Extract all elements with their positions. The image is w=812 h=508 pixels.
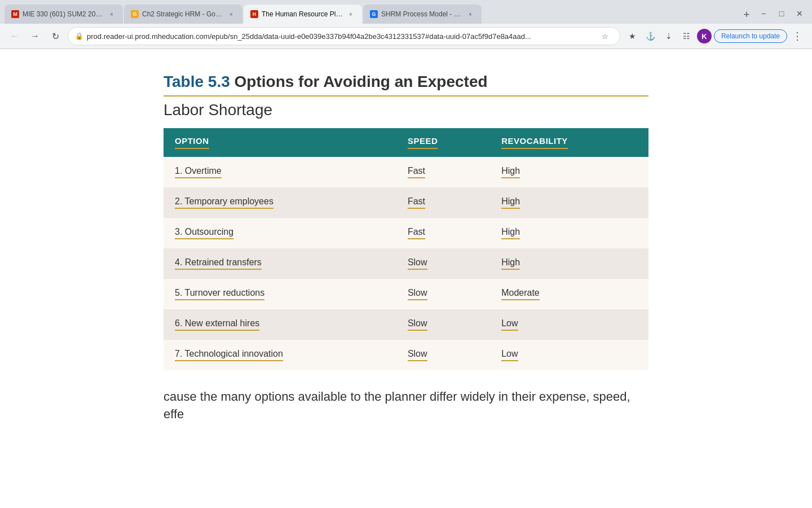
relaunch-button[interactable]: Relaunch to update — [714, 29, 787, 43]
cell-text-speed: Slow — [408, 257, 427, 270]
table-title-main: Options for Avoiding an Expected — [230, 73, 488, 90]
tab-label: MIE 330 (601) SUM2 2024: Ch... — [23, 10, 104, 18]
tab-label: SHRM Process Model - Google... — [381, 10, 462, 18]
more-options-button[interactable]: ⋮ — [789, 28, 805, 44]
bookmark-icon[interactable]: ☆ — [597, 28, 613, 44]
cell-text-speed: Fast — [408, 166, 425, 178]
cell-text-option: 5. Turnover reductions — [175, 288, 264, 300]
table-cell-revocability: High — [490, 157, 648, 187]
address-text: prod.reader-ui.prod.mheducation.com/epub… — [87, 32, 594, 41]
cell-text-speed: Slow — [408, 349, 427, 361]
cell-text-speed: Slow — [408, 288, 427, 300]
tab-favicon: G — [131, 10, 139, 18]
cell-text-speed: Fast — [408, 227, 425, 239]
table-row: 5. Turnover reductionsSlowModerate — [164, 279, 648, 309]
tab-favicon: G — [370, 10, 378, 18]
lock-icon: 🔒 — [75, 32, 83, 40]
address-bar[interactable]: 🔒 prod.reader-ui.prod.mheducation.com/ep… — [68, 27, 620, 45]
tab-grid-icon[interactable]: ☷ — [679, 28, 695, 44]
table-header-revocability: REVOCABILITY — [490, 128, 648, 157]
table-cell-revocability: High — [490, 248, 648, 279]
cell-text-speed: Fast — [408, 196, 425, 209]
tab-close-button[interactable]: × — [346, 10, 355, 19]
content-wrapper: Table 5.3 Options for Avoiding an Expect… — [164, 72, 648, 423]
table-cell-option: 1. Overtime — [164, 157, 396, 187]
table-cell-revocability: High — [490, 218, 648, 248]
tab-label: Ch2 Strategic HRM - Google S... — [142, 10, 223, 18]
table-row: 1. OvertimeFastHigh — [164, 157, 648, 187]
table-body: 1. OvertimeFastHigh2. Temporary employee… — [164, 157, 648, 370]
table-cell-option: 5. Turnover reductions — [164, 279, 396, 309]
extensions-icon[interactable]: ⚓ — [643, 28, 659, 44]
table-cell-speed: Slow — [396, 248, 490, 279]
table-row: 2. Temporary employeesFastHigh — [164, 187, 648, 218]
table-number: Table 5.3 — [164, 73, 230, 90]
table-cell-option: 2. Temporary employees — [164, 187, 396, 218]
cell-text-option: 1. Overtime — [175, 166, 222, 178]
cell-text-speed: Slow — [408, 318, 427, 331]
table-cell-speed: Slow — [396, 279, 490, 309]
tab-label: The Human Resource Planning... — [262, 10, 343, 18]
table-header-option: OPTION — [164, 128, 396, 157]
tab-bar: MMIE 330 (601) SUM2 2024: Ch...×GCh2 Str… — [0, 0, 812, 24]
table-header: OPTIONSPEEDREVOCABILITY — [164, 128, 648, 157]
cell-text-option: 4. Retrained transfers — [175, 257, 262, 270]
data-table: OPTIONSPEEDREVOCABILITY 1. OvertimeFastH… — [164, 128, 648, 370]
table-row: 4. Retrained transfersSlowHigh — [164, 248, 648, 279]
table-title: Table 5.3 Options for Avoiding an Expect… — [164, 72, 648, 92]
tab-close-button[interactable]: × — [107, 10, 116, 19]
table-cell-revocability: Low — [490, 309, 648, 340]
table-cell-speed: Slow — [396, 309, 490, 340]
table-cell-revocability: High — [490, 187, 648, 218]
cell-text-option: 2. Temporary employees — [175, 196, 273, 209]
table-cell-speed: Fast — [396, 157, 490, 187]
close-window-button[interactable]: ✕ — [792, 6, 807, 21]
table-cell-speed: Slow — [396, 340, 490, 370]
back-button[interactable]: ← — [7, 28, 23, 44]
table-cell-revocability: Low — [490, 340, 648, 370]
browser-chrome: MMIE 330 (601) SUM2 2024: Ch...×GCh2 Str… — [0, 0, 812, 49]
table-row: 3. OutsourcingFastHigh — [164, 218, 648, 248]
bookmark-star-icon[interactable]: ★ — [625, 28, 641, 44]
toolbar-actions: ★ ⚓ ⇣ ☷ K Relaunch to update ⋮ — [625, 28, 805, 44]
table-cell-option: 4. Retrained transfers — [164, 248, 396, 279]
cell-text-revocability: High — [501, 227, 520, 239]
tab-favicon: H — [250, 10, 258, 18]
table-row: 6. New external hiresSlowLow — [164, 309, 648, 340]
new-tab-button[interactable]: + — [739, 7, 754, 23]
tab-close-button[interactable]: × — [466, 10, 475, 19]
table-cell-option: 7. Technological innovation — [164, 340, 396, 370]
profile-avatar[interactable]: K — [697, 29, 712, 43]
page-content: Table 5.3 Options for Avoiding an Expect… — [0, 49, 812, 446]
cell-text-revocability: Low — [501, 349, 518, 361]
cell-text-revocability: High — [501, 196, 520, 209]
tab-close-button[interactable]: × — [227, 10, 236, 19]
browser-tab-tab3[interactable]: HThe Human Resource Planning...× — [244, 5, 362, 24]
tab-favicon: M — [11, 10, 19, 18]
heading-divider — [164, 95, 648, 97]
cell-text-revocability: Moderate — [501, 288, 540, 300]
table-cell-revocability: Moderate — [490, 279, 648, 309]
minimize-button[interactable]: − — [756, 6, 771, 21]
maximize-button[interactable]: □ — [774, 6, 789, 21]
browser-tab-tab1[interactable]: MMIE 330 (601) SUM2 2024: Ch...× — [5, 5, 123, 24]
cell-text-revocability: Low — [501, 318, 518, 331]
reload-button[interactable]: ↻ — [47, 28, 63, 44]
table-cell-speed: Fast — [396, 187, 490, 218]
cell-text-revocability: High — [501, 166, 520, 178]
table-cell-option: 6. New external hires — [164, 309, 396, 340]
bottom-text: cause the many options available to the … — [164, 388, 648, 423]
table-subtitle: Labor Shortage — [164, 101, 648, 119]
cell-text-option: 3. Outsourcing — [175, 227, 233, 239]
cell-text-revocability: High — [501, 257, 520, 270]
cell-text-option: 6. New external hires — [175, 318, 259, 331]
forward-button[interactable]: → — [27, 28, 43, 44]
toolbar: ← → ↻ 🔒 prod.reader-ui.prod.mheducation.… — [0, 24, 812, 49]
browser-tab-tab4[interactable]: GSHRM Process Model - Google...× — [363, 5, 482, 24]
cell-text-option: 7. Technological innovation — [175, 349, 283, 361]
table-row: 7. Technological innovationSlowLow — [164, 340, 648, 370]
browser-tab-tab2[interactable]: GCh2 Strategic HRM - Google S...× — [124, 5, 242, 24]
table-cell-speed: Fast — [396, 218, 490, 248]
table-cell-option: 3. Outsourcing — [164, 218, 396, 248]
download-icon[interactable]: ⇣ — [661, 28, 677, 44]
